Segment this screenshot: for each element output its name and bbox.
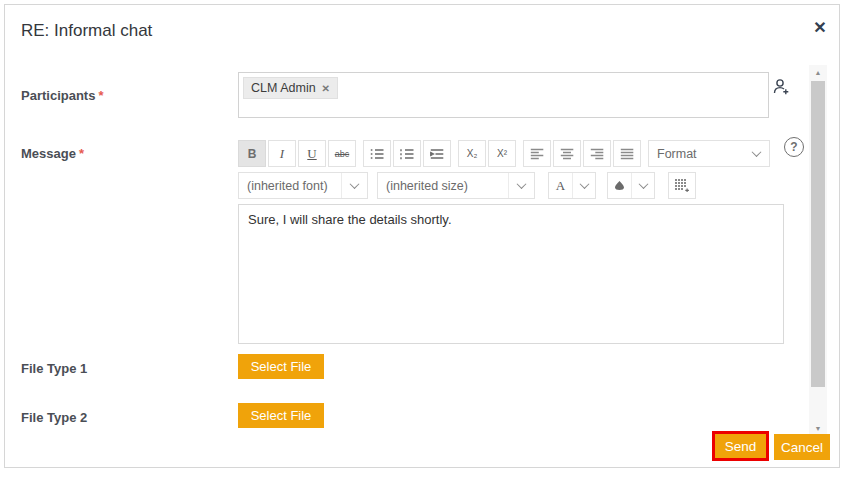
select-file-button-1[interactable]: Select File	[238, 354, 324, 379]
participants-label-text: Participants	[21, 88, 95, 103]
chevron-down-icon	[508, 173, 534, 198]
align-justify-button[interactable]	[613, 140, 641, 167]
chevron-down-icon	[640, 173, 647, 198]
message-label: Message*	[21, 146, 84, 161]
text-color-dropdown[interactable]	[572, 173, 595, 198]
format-select[interactable]: Format	[648, 140, 770, 167]
font-size-select[interactable]: (inherited size)	[377, 172, 535, 199]
close-icon: ✕	[813, 19, 826, 36]
indent-icon	[430, 148, 444, 160]
table-icon	[675, 179, 689, 193]
chevron-down-icon	[341, 173, 367, 198]
align-justify-icon	[620, 148, 634, 160]
script-group: X₂ X²	[458, 140, 516, 167]
highlight-split-button	[607, 172, 655, 199]
align-left-button[interactable]	[523, 140, 551, 167]
required-asterisk: *	[79, 146, 84, 161]
send-button-highlight: Send	[712, 431, 769, 461]
format-select-value: Format	[649, 147, 743, 161]
informal-chat-dialog: RE: Informal chat ✕ Participants* CLM Ad…	[4, 4, 840, 468]
participants-label: Participants*	[21, 88, 103, 103]
highlight-color-button[interactable]	[608, 173, 631, 198]
cancel-button[interactable]: Cancel	[774, 434, 830, 460]
bullet-list-icon	[370, 148, 384, 160]
superscript-button[interactable]: X²	[488, 140, 516, 167]
highlight-color-icon	[613, 179, 626, 192]
required-asterisk: *	[98, 88, 103, 103]
chevron-down-icon	[743, 141, 769, 166]
file-type-2-label: File Type 2	[21, 410, 87, 425]
bold-icon: B	[248, 147, 257, 161]
message-label-text: Message	[21, 146, 76, 161]
participant-chip: CLM Admin ✕	[243, 77, 338, 99]
add-user-icon	[771, 77, 791, 97]
editor-toolbar-row-1: B I U abc X₂ X²	[238, 140, 770, 167]
underline-icon: U	[307, 146, 316, 162]
scroll-up-arrow-icon[interactable]: ▲	[809, 67, 827, 79]
scrollbar[interactable]: ▲ ▼	[809, 65, 827, 437]
bold-button[interactable]: B	[238, 140, 266, 167]
strikethrough-button[interactable]: abc	[328, 140, 356, 167]
strikethrough-icon: abc	[335, 149, 350, 159]
subscript-icon: X₂	[467, 148, 478, 159]
file-type-1-label: File Type 1	[21, 361, 87, 376]
message-editor-area[interactable]: Sure, I will share the details shortly.	[238, 204, 784, 344]
list-group	[363, 140, 451, 167]
numbered-list-button[interactable]	[393, 140, 421, 167]
font-family-select[interactable]: (inherited font)	[238, 172, 368, 199]
participant-chip-label: CLM Admin	[251, 81, 316, 95]
numbered-list-icon	[400, 148, 414, 160]
indent-button[interactable]	[423, 140, 451, 167]
send-button[interactable]: Send	[715, 434, 766, 458]
align-right-button[interactable]	[583, 140, 611, 167]
help-button[interactable]: ?	[784, 137, 804, 157]
add-participant-button[interactable]	[771, 76, 793, 98]
italic-button[interactable]: I	[268, 140, 296, 167]
align-group	[523, 140, 641, 167]
align-center-button[interactable]	[553, 140, 581, 167]
align-right-icon	[590, 148, 604, 160]
underline-button[interactable]: U	[298, 140, 326, 167]
highlight-color-dropdown[interactable]	[631, 173, 654, 198]
insert-table-button[interactable]	[668, 172, 696, 199]
align-left-icon	[530, 148, 544, 160]
italic-icon: I	[280, 146, 284, 162]
participants-input[interactable]: CLM Admin ✕	[238, 72, 769, 118]
subscript-button[interactable]: X₂	[458, 140, 486, 167]
superscript-icon: X²	[497, 148, 507, 159]
scrollbar-thumb[interactable]	[811, 81, 825, 387]
text-color-button[interactable]: A	[549, 173, 572, 198]
page-background: RE: Informal chat ✕ Participants* CLM Ad…	[0, 0, 846, 478]
chevron-down-icon	[581, 173, 588, 198]
font-family-select-value: (inherited font)	[239, 179, 341, 193]
remove-participant-icon[interactable]: ✕	[322, 83, 330, 94]
align-center-icon	[560, 148, 574, 160]
editor-toolbar-row-2: (inherited font) (inherited size) A	[238, 172, 696, 199]
bullet-list-button[interactable]	[363, 140, 391, 167]
help-icon: ?	[790, 140, 797, 154]
select-file-button-2[interactable]: Select File	[238, 403, 324, 428]
text-style-group: B I U abc	[238, 140, 356, 167]
text-color-split-button: A	[548, 172, 596, 199]
close-button[interactable]: ✕	[809, 17, 831, 39]
dialog-title: RE: Informal chat	[21, 21, 152, 41]
font-size-select-value: (inherited size)	[378, 179, 508, 193]
